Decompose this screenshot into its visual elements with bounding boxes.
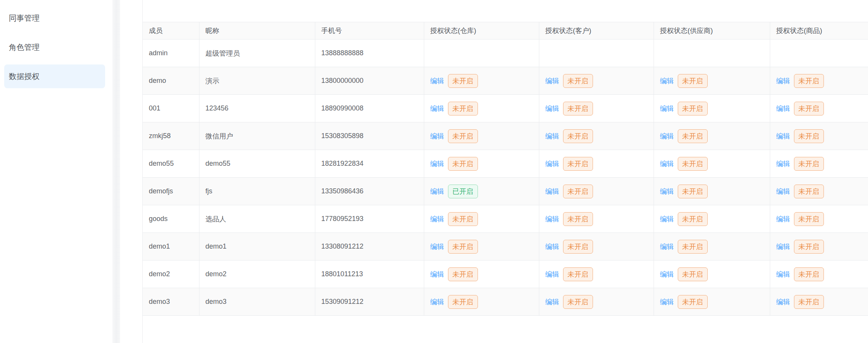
status-badge[interactable]: 未开启 — [563, 157, 593, 171]
status-badge[interactable]: 未开启 — [448, 157, 478, 171]
status-badge[interactable]: 未开启 — [794, 74, 824, 88]
status-cell: 编辑未开启 — [539, 288, 654, 316]
sidebar-item-data-authorization[interactable]: 数据授权 — [4, 64, 105, 88]
status-badge[interactable]: 未开启 — [794, 240, 824, 254]
member-cell: goods — [143, 205, 199, 233]
status-badge[interactable]: 未开启 — [448, 102, 478, 115]
status-badge[interactable]: 未开启 — [448, 240, 478, 254]
column-header: 授权状态(仓库) — [424, 22, 539, 40]
status-cell: 编辑未开启 — [770, 67, 868, 95]
status-badge[interactable]: 未开启 — [794, 212, 824, 226]
edit-link[interactable]: 编辑 — [430, 105, 444, 112]
status-badge[interactable]: 未开启 — [794, 295, 824, 309]
status-badge[interactable]: 未开启 — [563, 240, 593, 254]
status-badge[interactable]: 未开启 — [678, 74, 708, 88]
phone-cell: 15308305898 — [315, 122, 424, 150]
status-badge[interactable]: 未开启 — [563, 295, 593, 309]
nickname-cell: demo2 — [199, 261, 315, 288]
status-badge[interactable]: 未开启 — [678, 102, 708, 115]
member-cell: admin — [143, 40, 199, 67]
status-badge[interactable]: 未开启 — [678, 295, 708, 309]
edit-link[interactable]: 编辑 — [776, 298, 790, 306]
edit-link[interactable]: 编辑 — [430, 298, 444, 306]
edit-link[interactable]: 编辑 — [776, 132, 790, 140]
status-cell: 编辑未开启 — [539, 150, 654, 178]
edit-link[interactable]: 编辑 — [545, 243, 559, 251]
phone-cell: 13888888888 — [315, 40, 424, 67]
edit-link[interactable]: 编辑 — [430, 215, 444, 223]
edit-link[interactable]: 编辑 — [430, 160, 444, 168]
status-badge[interactable]: 未开启 — [563, 212, 593, 226]
edit-link[interactable]: 编辑 — [660, 270, 674, 278]
edit-link[interactable]: 编辑 — [545, 298, 559, 306]
edit-link[interactable]: 编辑 — [545, 188, 559, 195]
edit-link[interactable]: 编辑 — [776, 105, 790, 112]
edit-link[interactable]: 编辑 — [776, 160, 790, 168]
nickname-cell: demo55 — [199, 150, 315, 178]
status-badge[interactable]: 未开启 — [794, 102, 824, 115]
status-cell: 编辑未开启 — [424, 233, 539, 261]
edit-link[interactable]: 编辑 — [545, 270, 559, 278]
status-badge[interactable]: 未开启 — [563, 74, 593, 88]
edit-link[interactable]: 编辑 — [545, 105, 559, 112]
edit-link[interactable]: 编辑 — [660, 243, 674, 251]
status-badge[interactable]: 未开启 — [563, 185, 593, 198]
status-badge[interactable]: 未开启 — [448, 212, 478, 226]
edit-link[interactable]: 编辑 — [545, 215, 559, 223]
edit-link[interactable]: 编辑 — [545, 160, 559, 168]
edit-link[interactable]: 编辑 — [660, 298, 674, 306]
status-badge[interactable]: 未开启 — [794, 267, 824, 281]
status-cell: 编辑未开启 — [539, 178, 654, 205]
edit-link[interactable]: 编辑 — [660, 215, 674, 223]
edit-link[interactable]: 编辑 — [545, 132, 559, 140]
status-badge[interactable]: 未开启 — [448, 267, 478, 281]
status-cell: 编辑未开启 — [770, 122, 868, 150]
status-badge[interactable]: 未开启 — [794, 129, 824, 143]
edit-link[interactable]: 编辑 — [776, 243, 790, 251]
status-badge[interactable]: 未开启 — [563, 267, 593, 281]
status-badge[interactable]: 未开启 — [563, 102, 593, 115]
status-cell: 编辑未开启 — [654, 178, 770, 205]
status-badge[interactable]: 未开启 — [448, 129, 478, 143]
edit-link[interactable]: 编辑 — [430, 243, 444, 251]
edit-link[interactable]: 编辑 — [776, 270, 790, 278]
status-cell — [770, 40, 868, 67]
edit-link[interactable]: 编辑 — [776, 77, 790, 85]
status-cell: 编辑未开启 — [770, 150, 868, 178]
edit-link[interactable]: 编辑 — [660, 105, 674, 112]
sidebar-item-colleague-management[interactable]: 同事管理 — [4, 6, 105, 30]
member-cell: zmkj58 — [143, 122, 199, 150]
status-badge[interactable]: 未开启 — [448, 295, 478, 309]
edit-link[interactable]: 编辑 — [430, 270, 444, 278]
edit-link[interactable]: 编辑 — [430, 188, 444, 195]
status-badge[interactable]: 未开启 — [678, 185, 708, 198]
status-badge[interactable]: 未开启 — [563, 129, 593, 143]
status-cell: 编辑未开启 — [770, 205, 868, 233]
edit-link[interactable]: 编辑 — [660, 132, 674, 140]
status-cell: 编辑未开启 — [770, 178, 868, 205]
status-badge[interactable]: 未开启 — [678, 212, 708, 226]
edit-link[interactable]: 编辑 — [430, 132, 444, 140]
status-badge[interactable]: 未开启 — [678, 240, 708, 254]
status-badge[interactable]: 未开启 — [678, 129, 708, 143]
nickname-cell: demo1 — [199, 233, 315, 261]
edit-link[interactable]: 编辑 — [660, 77, 674, 85]
authorization-table-wrap: 成员昵称手机号授权状态(仓库)授权状态(客户)授权状态(供应商)授权状态(商品)… — [143, 22, 868, 316]
edit-link[interactable]: 编辑 — [776, 215, 790, 223]
edit-link[interactable]: 编辑 — [776, 188, 790, 195]
status-badge[interactable]: 未开启 — [794, 157, 824, 171]
status-cell: 编辑未开启 — [654, 122, 770, 150]
status-badge[interactable]: 已开启 — [448, 185, 478, 198]
table-row: demo3demo315309091212编辑未开启编辑未开启编辑未开启编辑未开… — [143, 288, 868, 316]
edit-link[interactable]: 编辑 — [660, 188, 674, 195]
nickname-cell: 123456 — [199, 95, 315, 122]
sidebar-item-role-management[interactable]: 角色管理 — [4, 35, 105, 59]
edit-link[interactable]: 编辑 — [660, 160, 674, 168]
edit-link[interactable]: 编辑 — [545, 77, 559, 85]
column-header: 授权状态(商品) — [770, 22, 868, 40]
edit-link[interactable]: 编辑 — [430, 77, 444, 85]
status-badge[interactable]: 未开启 — [794, 185, 824, 198]
status-badge[interactable]: 未开启 — [678, 157, 708, 171]
status-badge[interactable]: 未开启 — [448, 74, 478, 88]
status-badge[interactable]: 未开启 — [678, 267, 708, 281]
